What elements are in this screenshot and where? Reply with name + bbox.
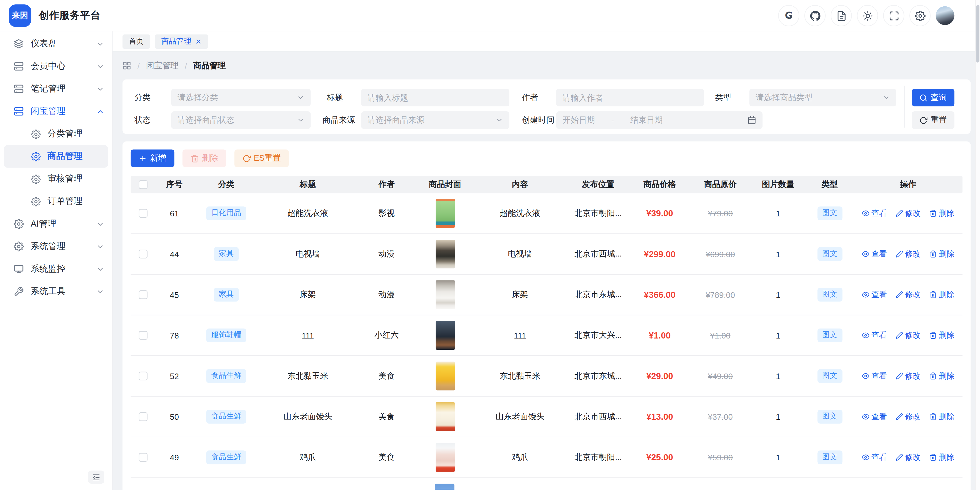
row-checkbox[interactable]	[139, 209, 148, 218]
row-checkbox[interactable]	[139, 412, 148, 421]
delete-link[interactable]: 删除	[929, 371, 955, 381]
type-tag: 图文	[817, 288, 842, 302]
github-icon-button[interactable]	[804, 5, 826, 26]
type-select[interactable]: 请选择商品类型	[749, 89, 896, 107]
sidebar-collapse-button[interactable]	[88, 471, 104, 484]
delete-link[interactable]: 删除	[929, 330, 955, 341]
search-button[interactable]: 查询	[912, 89, 955, 107]
edit-link[interactable]: 修改	[896, 411, 921, 422]
actions-cell: 查看修改删除	[854, 289, 963, 300]
gitee-icon-button[interactable]: G	[778, 5, 799, 26]
sidebar-subitem-category-mgmt[interactable]: 分类管理	[4, 123, 108, 145]
view-link[interactable]: 查看	[862, 249, 887, 259]
es-reset-button[interactable]: ES重置	[234, 150, 289, 167]
grid-icon[interactable]	[123, 61, 131, 70]
edit-link[interactable]: 修改	[896, 330, 921, 341]
sidebar-item-system-monitor[interactable]: 系统监控	[0, 258, 112, 280]
sidebar-subitem-audit-mgmt[interactable]: 审核管理	[4, 168, 108, 190]
theme-icon-button[interactable]	[857, 5, 878, 26]
product-cover-image[interactable]	[435, 321, 455, 350]
sidebar-item-member-center[interactable]: 会员中心	[0, 55, 112, 78]
settings-icon-button[interactable]	[909, 5, 931, 26]
settings-icon	[14, 241, 24, 251]
sidebar-subitem-order-mgmt[interactable]: 订单管理	[4, 190, 108, 212]
product-cover-image[interactable]	[435, 280, 455, 309]
document-icon-button[interactable]	[831, 5, 852, 26]
view-link[interactable]: 查看	[862, 371, 887, 381]
source-select[interactable]: 请选择商品来源	[361, 112, 509, 129]
sidebar-item-note-mgmt[interactable]: 笔记管理	[0, 78, 112, 100]
reset-button[interactable]: 重置	[912, 112, 955, 129]
column-header: 商品封面	[417, 179, 473, 190]
delete-button[interactable]: 删除	[183, 150, 226, 167]
tab-label: 商品管理	[161, 36, 191, 47]
view-link[interactable]: 查看	[862, 208, 887, 219]
tab-home[interactable]: 首页	[123, 34, 150, 48]
date-range-picker[interactable]: 开始日期 - 结束日期	[556, 112, 762, 129]
view-link[interactable]: 查看	[862, 452, 887, 463]
table-toolbar: 新增 删除 ES重置	[130, 150, 963, 167]
title-input[interactable]	[361, 89, 509, 107]
window-scrollbar[interactable]	[975, 0, 980, 490]
row-checkbox[interactable]	[139, 331, 148, 340]
title-cell: 超能洗衣液	[259, 208, 356, 219]
product-cover-image[interactable]	[435, 443, 455, 472]
fullscreen-icon-button[interactable]	[883, 5, 904, 26]
status-select[interactable]: 请选择商品状态	[171, 112, 310, 129]
row-checkbox[interactable]	[139, 372, 148, 380]
topbar-actions: G	[778, 5, 955, 26]
category-tag: 食品生鲜	[206, 451, 246, 464]
sidebar-subitem-product-mgmt[interactable]: 商品管理	[4, 145, 108, 168]
sidebar-item-dashboard[interactable]: 仪表盘	[0, 32, 112, 55]
author-cell: 影视	[356, 208, 417, 219]
original-price-cell: ¥79.00	[690, 209, 751, 218]
product-cover-image[interactable]	[435, 362, 455, 391]
delete-link[interactable]: 删除	[929, 411, 955, 422]
actions-cell: 查看修改删除	[854, 411, 963, 422]
row-select-cell	[130, 453, 156, 462]
type-cell: 图文	[806, 410, 854, 423]
row-checkbox[interactable]	[139, 453, 148, 462]
delete-link[interactable]: 删除	[929, 289, 955, 300]
tab-product-mgmt[interactable]: 商品管理	[155, 34, 208, 48]
category-tag: 食品生鲜	[206, 369, 246, 383]
date-range-separator: -	[611, 115, 614, 125]
eye-icon	[862, 251, 869, 258]
edit-link[interactable]: 修改	[896, 452, 921, 463]
user-avatar[interactable]	[935, 6, 954, 25]
sidebar-item-system-tools[interactable]: 系统工具	[0, 280, 112, 303]
row-checkbox[interactable]	[139, 290, 148, 299]
delete-link[interactable]: 删除	[929, 208, 955, 219]
location-cell: 北京市东城...	[567, 370, 629, 381]
edit-link[interactable]: 修改	[896, 208, 921, 219]
delete-link[interactable]: 删除	[929, 249, 955, 259]
view-link[interactable]: 查看	[862, 411, 887, 422]
product-cover-image[interactable]	[435, 239, 455, 268]
category-select[interactable]: 请选择分类	[171, 89, 310, 107]
edit-link[interactable]: 修改	[896, 289, 921, 300]
product-cover-image[interactable]	[435, 484, 454, 490]
breadcrumb-parent[interactable]: 闲宝管理	[146, 60, 178, 71]
select-all-checkbox[interactable]	[139, 180, 148, 189]
location-cell: 北京市朝阳...	[567, 452, 629, 463]
product-cover-image[interactable]	[435, 402, 455, 431]
edit-link[interactable]: 修改	[896, 371, 921, 381]
original-price-cell: ¥49.00	[690, 371, 751, 381]
row-checkbox[interactable]	[139, 250, 148, 258]
product-cover-image[interactable]	[435, 199, 455, 228]
author-filter-label: 作者	[522, 89, 538, 107]
server-icon	[14, 84, 24, 94]
sidebar-item-ai-mgmt[interactable]: AI管理	[0, 213, 112, 235]
add-button[interactable]: 新增	[130, 150, 174, 167]
edit-link[interactable]: 修改	[896, 249, 921, 259]
author-input[interactable]	[556, 89, 704, 107]
scrollbar-thumb[interactable]	[976, 5, 979, 62]
close-icon[interactable]	[195, 38, 202, 45]
sidebar-item-xianbao-mgmt[interactable]: 闲宝管理	[0, 100, 112, 123]
view-link[interactable]: 查看	[862, 330, 887, 341]
reset-button-label: 重置	[931, 115, 947, 126]
delete-link[interactable]: 删除	[929, 452, 955, 463]
category-tag: 家具	[214, 288, 239, 302]
sidebar-item-system-mgmt[interactable]: 系统管理	[0, 235, 112, 258]
view-link[interactable]: 查看	[862, 289, 887, 300]
